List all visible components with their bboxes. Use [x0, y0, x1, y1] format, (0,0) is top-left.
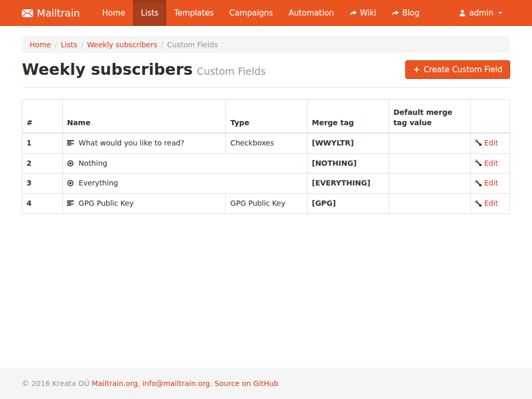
row-number: 2 — [22, 153, 63, 174]
envelope-icon — [22, 9, 33, 17]
breadcrumb-weekly-subscribers[interactable]: Weekly subscribers — [87, 41, 157, 49]
edit-link[interactable]: Edit — [475, 138, 498, 148]
user-menu[interactable]: admin — [451, 0, 510, 26]
nav-item-automation[interactable]: Automation — [281, 0, 341, 26]
nav-item-blog[interactable]: Blog — [384, 0, 427, 26]
footer-link-email[interactable]: info@mailtrain.org — [142, 379, 210, 388]
wrench-icon — [475, 200, 482, 207]
record-icon — [67, 180, 74, 187]
breadcrumb-lists[interactable]: Lists — [61, 41, 77, 49]
edit-cell: Edit — [471, 194, 510, 214]
footer-link-github-source[interactable]: Source on GitHub — [215, 379, 278, 388]
wrench-icon — [475, 139, 482, 146]
page-subtitle: Custom Fields — [197, 65, 266, 77]
chevron-down-icon — [498, 12, 502, 14]
breadcrumb-current: Custom Fields — [167, 41, 218, 49]
row-number: 1 — [22, 133, 63, 153]
copyright-text: © 2016 Kreata OÜ — [22, 379, 89, 388]
page-title-text: Weekly subscribers — [22, 60, 193, 78]
nav-item-home[interactable]: Home — [95, 0, 133, 26]
share-arrow-icon — [392, 9, 399, 17]
edit-cell: Edit — [471, 133, 510, 153]
table-row: 1 What would you like to read? Checkboxe… — [22, 133, 510, 153]
field-name: GPG Public Key — [78, 199, 134, 207]
col-header-default-merge-tag-value: Default merge tag value — [389, 100, 471, 133]
merge-tag-cell: [EVERYTHING] — [308, 174, 389, 194]
record-icon — [67, 160, 74, 167]
field-name: Nothing — [78, 159, 107, 167]
merge-tag-text: [EVERYTHING] — [312, 179, 370, 187]
field-name-cell: Nothing — [62, 153, 307, 174]
user-label: admin — [469, 8, 494, 18]
col-header-actions — [471, 100, 510, 133]
page-footer: © 2016 Kreata OÜ Mailtrain.org, info@mai… — [0, 368, 532, 399]
nav-item-lists[interactable]: Lists — [133, 0, 166, 26]
breadcrumb-separator: / — [51, 41, 61, 49]
edit-link[interactable]: Edit — [475, 198, 498, 208]
nav-item-wiki[interactable]: Wiki — [342, 0, 384, 26]
col-header-number: # — [22, 100, 63, 133]
breadcrumb-separator: / — [77, 41, 87, 49]
col-header-name: Name — [62, 100, 225, 133]
merge-tag-cell: [GPG] — [308, 194, 389, 214]
field-name: Everything — [78, 179, 118, 187]
breadcrumb-separator: / — [157, 41, 167, 49]
breadcrumb-home[interactable]: Home — [30, 41, 51, 49]
default-merge-value-cell — [389, 133, 471, 153]
create-custom-field-button[interactable]: + Create Custom Field — [405, 60, 510, 79]
top-navbar: Mailtrain Home Lists Templates Campaigns… — [0, 0, 532, 26]
col-header-type: Type — [226, 100, 308, 133]
breadcrumb: Home / Lists / Weekly subscribers / Cust… — [22, 36, 510, 53]
share-arrow-icon — [350, 9, 357, 17]
field-name: What would you like to read? — [78, 139, 184, 147]
field-name-cell: GPG Public Key — [62, 194, 225, 214]
row-number: 3 — [22, 174, 63, 194]
plus-icon: + — [413, 65, 420, 74]
edit-link[interactable]: Edit — [475, 178, 498, 188]
field-name-cell: What would you like to read? — [62, 133, 225, 153]
col-header-merge-tag: Merge tag — [308, 100, 389, 133]
footer-link-mailtrain-org[interactable]: Mailtrain.org — [92, 379, 138, 388]
title-divider — [22, 87, 510, 88]
footer-separator: . — [210, 379, 212, 388]
field-type: Checkboxes — [226, 133, 308, 153]
edit-cell: Edit — [471, 174, 510, 194]
edit-link[interactable]: Edit — [475, 158, 498, 168]
merge-tag-text: [NOTHING] — [312, 159, 356, 167]
nav-item-templates[interactable]: Templates — [166, 0, 221, 26]
custom-fields-table: # Name Type Merge tag Default merge tag … — [22, 99, 510, 214]
field-type: GPG Public Key — [226, 194, 308, 214]
footer-separator: , — [138, 379, 140, 388]
merge-tag-cell: [WWYLTR] — [308, 133, 389, 153]
table-row: 3 Everything [EVERYTHING] — [22, 174, 510, 194]
brand-label: Mailtrain — [37, 7, 80, 19]
table-row: 4 GPG Public Key GPG Public Key [GPG] — [22, 194, 510, 214]
list-icon — [67, 200, 74, 207]
merge-tag-cell: [NOTHING] — [308, 153, 389, 174]
wrench-icon — [475, 159, 482, 166]
table-header-row: # Name Type Merge tag Default merge tag … — [22, 100, 510, 133]
default-merge-value-cell — [389, 194, 471, 214]
nav-item-campaigns[interactable]: Campaigns — [221, 0, 281, 26]
default-merge-value-cell — [389, 153, 471, 174]
default-merge-value-cell — [389, 174, 471, 194]
brand-link[interactable]: Mailtrain — [22, 0, 87, 26]
edit-cell: Edit — [471, 153, 510, 174]
merge-tag-text: [GPG] — [312, 199, 336, 207]
field-name-cell: Everything — [62, 174, 307, 194]
user-icon — [459, 9, 466, 17]
wrench-icon — [475, 180, 482, 187]
list-icon — [67, 140, 74, 147]
row-number: 4 — [22, 194, 63, 214]
merge-tag-text: [WWYLTR] — [312, 139, 354, 147]
table-row: 2 Nothing [NOTHING] — [22, 153, 510, 174]
page-title: Weekly subscribersCustom Fields — [22, 60, 265, 79]
